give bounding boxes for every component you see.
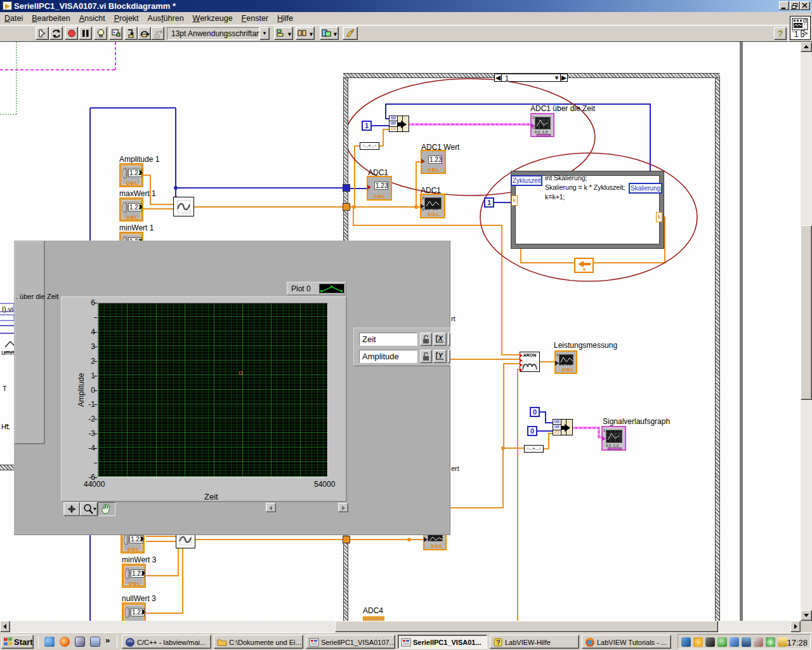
distribute-objects-button[interactable]: ▼ <box>296 27 315 40</box>
xy-graph-plot-area[interactable] <box>98 303 328 477</box>
indicator-signalverlaufsgraph[interactable]: 2 0.0 1.0 <box>601 426 626 451</box>
arrow-green-tray-icon[interactable] <box>766 637 775 647</box>
indicator-adc1-wert[interactable]: 1.23DBL <box>421 150 446 174</box>
formula-output-label[interactable]: Skalierung <box>629 183 662 194</box>
label-adc4[interactable]: ADC4 <box>363 606 383 615</box>
scaling-node-2[interactable]: ▫‥+‥▫ <box>524 445 544 453</box>
constant-0-a[interactable]: 0 <box>530 407 540 417</box>
block-diagram[interactable]: ◀ 1 ▾ ▶ Amplitude 1 1.23DBL maxWert 1 1.… <box>0 42 801 621</box>
formula-input-label[interactable]: Zykluszeit <box>511 175 542 186</box>
menu-hilfe[interactable]: Hilfe <box>273 12 298 25</box>
vertical-scrollbar-thumb[interactable] <box>801 225 812 400</box>
label-nullwert3[interactable]: nullWert 3 <box>122 594 156 603</box>
menu-fenster[interactable]: Fenster <box>237 12 273 25</box>
restore-button[interactable] <box>790 1 800 10</box>
graph-scroll-right-button[interactable] <box>338 503 348 512</box>
control-nullwert3[interactable]: 1.23DBL <box>122 602 146 621</box>
feedback-node[interactable]: ⁕ <box>574 258 594 273</box>
quicklaunch-firefox-icon[interactable] <box>60 637 70 647</box>
while-loop-right-border[interactable] <box>715 73 720 621</box>
control-minwert3[interactable]: 1.23DBL <box>122 564 146 588</box>
stack-blue-tray-icon[interactable] <box>742 637 751 647</box>
y-autoscale-button[interactable]: Y <box>433 350 447 363</box>
indicator-adc1-graph[interactable]: 20 0.0 1.0 SGL <box>420 194 445 218</box>
sun-orange-tray-icon[interactable] <box>693 637 703 647</box>
scaling-node-1[interactable]: ▫‥+‥▫ <box>360 142 379 150</box>
task-button-6[interactable]: LabVIEW Tutorials - ... <box>582 635 671 649</box>
font-selector-dropdown-icon[interactable]: ▼ <box>259 27 270 40</box>
case-selector[interactable]: ◀ 1 ▾ ▶ <box>494 74 568 82</box>
title-bar[interactable]: SeriellPC1_VISA0107.vi Blockdiagramm * <box>0 0 812 12</box>
highlight-execution-button[interactable] <box>94 27 107 40</box>
quicklaunch-remote-desktop-icon[interactable] <box>75 637 85 647</box>
constant-1-k[interactable]: 1 <box>484 197 494 208</box>
y-scale-format-button[interactable] <box>448 350 450 363</box>
run-continuous-button[interactable] <box>49 27 63 40</box>
bug-green-tray-icon[interactable] <box>717 637 727 647</box>
menu-werkzeuge[interactable]: Werkzeuge <box>188 12 237 25</box>
constant-1-top[interactable]: 1 <box>362 121 372 131</box>
y-scale-lock-button[interactable] <box>420 350 432 363</box>
context-help-button[interactable]: ? <box>774 27 787 40</box>
bundle-node-1[interactable]: I32I32C3 <box>389 116 409 132</box>
bundle-node-2[interactable]: I32I32C3 <box>553 419 573 435</box>
step-out-button[interactable] <box>151 27 164 40</box>
menu-bearbeiten[interactable]: Bearbeiten <box>27 12 74 25</box>
label-minwert1[interactable]: minWert 1 <box>119 223 154 232</box>
tunnel-orange-bottom[interactable] <box>343 536 350 543</box>
x-scale-name-field[interactable]: Zeit <box>359 333 417 346</box>
run-button[interactable] <box>36 27 49 40</box>
menu-ansicht[interactable]: Ansicht <box>75 12 110 25</box>
task-button-4[interactable]: SeriellPC1_VISA01... <box>398 635 487 649</box>
label-adc1-chart[interactable]: ADC1 über die Zeit <box>530 104 595 113</box>
case-dropdown-icon[interactable]: ▾ <box>553 74 560 81</box>
quicklaunch-internet-explorer-icon[interactable] <box>44 637 55 647</box>
front-panel-window[interactable]: . über die Zeit 643210-1-2-3-4-6 Amplitu… <box>14 241 450 535</box>
horizontal-scrollbar-right-icon[interactable] <box>790 621 801 632</box>
label-amplitude1[interactable]: Amplitude 1 <box>119 155 159 164</box>
cube-blue-tray-icon[interactable] <box>730 637 739 647</box>
step-over-button[interactable] <box>138 27 151 40</box>
cutter-dark-tray-icon[interactable] <box>705 637 715 647</box>
clean-up-diagram-button[interactable] <box>343 27 358 40</box>
vi-icon[interactable]: 1 <box>790 16 811 40</box>
simulate-signal-node-1[interactable] <box>173 197 194 216</box>
control-adc4[interactable] <box>363 616 384 621</box>
horizontal-scrollbar-left-icon[interactable] <box>0 621 10 632</box>
task-button-2[interactable]: C:\Dokumente und Ei... <box>214 635 303 649</box>
indicator-adc1-chart[interactable]: 20 0.0 1.0 <box>530 113 554 137</box>
horizontal-scrollbar-thumb[interactable] <box>335 621 718 632</box>
vertical-scrollbar-up-icon[interactable] <box>801 42 812 52</box>
close-button[interactable] <box>800 1 810 10</box>
subvi-aron[interactable]: ARON <box>520 352 540 372</box>
x-scale-format-button[interactable] <box>448 333 450 346</box>
graph-zoom-tool-button[interactable] <box>80 502 98 516</box>
constant-0-b[interactable]: 0 <box>527 426 537 436</box>
task-button-3[interactable]: SeriellPC1_VISA0107... <box>306 635 395 649</box>
shield-gray-tray-icon[interactable] <box>754 637 763 647</box>
abort-button[interactable] <box>65 27 78 40</box>
graph-scroll-left-button[interactable] <box>266 503 276 512</box>
label-signalverlaufsgraph[interactable]: Signalverlaufsgraph <box>603 417 670 426</box>
quicklaunch-calculator-icon[interactable] <box>90 637 100 647</box>
control-maxwert1[interactable]: 1.23DBL <box>119 197 143 222</box>
tunnel-orange-top[interactable] <box>343 203 350 211</box>
control-amplitude1[interactable]: 1.23DBL <box>119 163 143 187</box>
case-prev-icon[interactable]: ◀ <box>495 74 502 81</box>
font-selector[interactable]: 13pt Anwendungsschriftart <box>167 27 259 40</box>
label-leistungsmessung[interactable]: Leistungsmessung <box>554 341 617 350</box>
indicator-leistungsmessung[interactable]: 2 0.0 1.0 DBL <box>554 350 577 374</box>
x-autoscale-button[interactable]: X <box>433 333 447 346</box>
step-into-button[interactable] <box>124 27 138 40</box>
start-button[interactable]: Start <box>1 635 34 649</box>
plot-legend[interactable]: Plot 0 <box>287 282 346 295</box>
pause-button[interactable] <box>79 27 92 40</box>
tunnel-blue[interactable] <box>343 184 350 192</box>
formula-terminal-k-in[interactable]: k <box>511 196 518 206</box>
ccs-blue-tray-icon[interactable] <box>681 637 691 647</box>
minimize-button[interactable] <box>779 1 789 10</box>
indicator-adc1-dbl[interactable]: 1.23DBL <box>367 176 392 201</box>
vertical-scrollbar-down-icon[interactable] <box>801 610 812 621</box>
graph-pan-tool-button[interactable] <box>98 502 115 516</box>
label-minwert3[interactable]: minWert 3 <box>122 555 156 564</box>
